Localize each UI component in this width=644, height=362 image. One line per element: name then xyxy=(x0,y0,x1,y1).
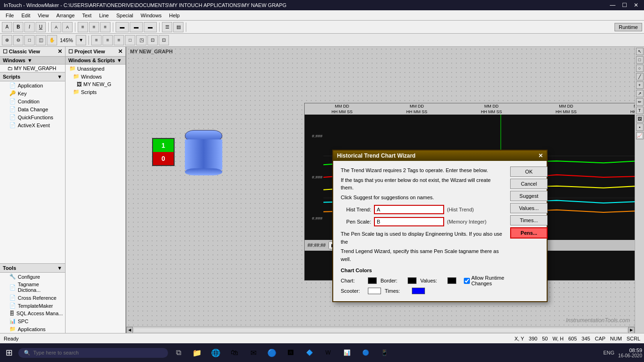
menu-file[interactable]: File xyxy=(2,12,18,19)
tool-item-applications[interactable]: 📁 Applications xyxy=(0,325,65,333)
toolbar2-btn-3[interactable]: □ xyxy=(24,35,35,45)
taskbar-icon-word[interactable]: W xyxy=(320,344,337,361)
toolbar2-btn-2[interactable]: ⊖ xyxy=(13,35,23,45)
toolbar2-btn-9[interactable]: □ xyxy=(125,35,135,45)
values-button[interactable]: Values... xyxy=(510,203,548,213)
tree-item-my-new-graph[interactable]: 🗀 MY NEW_GRAPH xyxy=(0,65,65,72)
menu-view[interactable]: View xyxy=(34,12,53,19)
maximize-button[interactable]: ☐ xyxy=(620,2,629,8)
taskbar-icon-task-view[interactable]: ⧉ xyxy=(170,344,187,361)
tool-item-sql[interactable]: 🗄 SQL Access Mana... xyxy=(0,310,65,317)
tool-item-template[interactable]: 📄 TemplateMaker xyxy=(0,302,65,310)
script-item-data-change[interactable]: 📄 Data Change xyxy=(0,105,65,113)
toolbar-btn-7[interactable]: ☰ xyxy=(162,22,172,32)
toolbar2-btn-6[interactable]: ≡ xyxy=(91,35,102,45)
project-view-close[interactable]: ✕ xyxy=(118,48,123,55)
chart-color-swatch[interactable] xyxy=(368,277,377,284)
pens-button[interactable]: Pens... xyxy=(510,227,548,239)
project-unassigned[interactable]: 📁 Unassigned xyxy=(66,65,125,72)
project-my-new-g[interactable]: 🖼 MY NEW_G xyxy=(66,80,125,88)
menu-edit[interactable]: Edit xyxy=(18,12,34,19)
right-btn-line[interactable]: ╱ xyxy=(636,73,644,80)
taskbar-icon-4[interactable]: 🔵 xyxy=(357,344,374,361)
values-color-swatch[interactable] xyxy=(447,277,456,284)
cancel-button[interactable]: Cancel xyxy=(510,179,548,189)
scroll-bar-track[interactable] xyxy=(134,328,627,332)
menu-text[interactable]: Text xyxy=(79,12,95,19)
taskbar-icon-store[interactable]: 🛍 xyxy=(226,344,243,361)
ok-button[interactable]: OK xyxy=(510,167,548,177)
toolbar-btn-underline[interactable]: U xyxy=(36,22,46,32)
times-color-swatch[interactable] xyxy=(412,288,425,294)
scooter-color-swatch[interactable] xyxy=(368,288,381,294)
script-item-condition[interactable]: 📄 Condition xyxy=(0,97,65,105)
ws-arrow[interactable]: ▼ xyxy=(117,58,122,63)
tool-item-cross-reference[interactable]: 📄 Cross Reference xyxy=(0,294,65,302)
menu-line[interactable]: Line xyxy=(95,12,113,19)
led-widget[interactable]: 1 0 xyxy=(152,138,175,166)
taskbar-search-container[interactable]: 🔍 xyxy=(18,348,168,358)
start-button[interactable]: ⊞ xyxy=(2,346,16,360)
taskbar-icon-5[interactable]: 📱 xyxy=(376,344,393,361)
toolbar-btn-8[interactable]: ▤ xyxy=(173,22,183,32)
toolbar2-zoom-dropdown[interactable]: ▼ xyxy=(76,35,86,45)
taskbar-icon-2[interactable]: 🔷 xyxy=(301,344,318,361)
toolbar-btn-align-l[interactable]: ≡ xyxy=(78,22,88,32)
script-item-quick-functions[interactable]: 📄 QuickFunctions xyxy=(0,113,65,121)
menu-special[interactable]: Special xyxy=(112,12,137,19)
project-scripts[interactable]: 📁 Scripts xyxy=(66,88,125,96)
tool-item-spc[interactable]: 📊 SPC xyxy=(0,317,65,325)
taskbar-icon-chrome[interactable]: 🔵 xyxy=(263,344,280,361)
toolbar2-btn-4[interactable]: ◫ xyxy=(36,35,46,45)
scroll-right-btn[interactable]: ▶ xyxy=(628,327,635,333)
toolbar-btn-align-c[interactable]: ≡ xyxy=(89,22,99,32)
right-btn-fill[interactable]: ▪ xyxy=(636,123,644,131)
minimize-button[interactable]: — xyxy=(608,2,617,8)
taskbar-icon-edge[interactable]: 🌐 xyxy=(207,344,224,361)
close-button[interactable]: ✕ xyxy=(632,2,640,8)
taskbar-icon-mail[interactable]: ✉ xyxy=(245,344,262,361)
toolbar-btn-6[interactable]: ▬ xyxy=(144,22,157,32)
windows-arrow[interactable]: ▼ xyxy=(27,58,32,63)
allow-runtime-checkbox[interactable] xyxy=(464,278,470,284)
taskbar-search-input[interactable] xyxy=(33,350,162,355)
project-windows[interactable]: 📁 Windows xyxy=(66,72,125,80)
toolbar2-btn-8[interactable]: ≡ xyxy=(114,35,124,45)
dialog-close-icon[interactable]: ✕ xyxy=(538,152,543,159)
right-btn-cursor[interactable]: ↖ xyxy=(636,48,644,55)
toolbar2-btn-12[interactable]: ⊡ xyxy=(159,35,169,45)
right-btn-arrow[interactable]: ↗ xyxy=(636,90,644,97)
toolbar-btn-align-r[interactable]: ≡ xyxy=(100,22,110,32)
taskbar-icon-1[interactable]: 🅰 xyxy=(282,344,299,361)
toolbar2-btn-7[interactable]: ≡ xyxy=(102,35,113,45)
toolbar-btn-a2[interactable]: A xyxy=(51,22,61,32)
tool-item-configure[interactable]: 🔧 Configure xyxy=(0,273,65,281)
menu-windows[interactable]: Windows xyxy=(137,12,166,19)
taskbar-icon-3[interactable]: 📊 xyxy=(338,344,355,361)
script-item-application[interactable]: 📄 Application xyxy=(0,81,65,89)
toolbar-btn-1[interactable]: A xyxy=(2,22,12,32)
toolbar-btn-rect[interactable]: ▬ xyxy=(116,22,129,32)
tools-section-header[interactable]: Tools ▼ xyxy=(0,263,65,273)
toolbar2-btn-1[interactable]: ⊕ xyxy=(2,35,12,45)
runtime-button[interactable]: Runtime xyxy=(615,23,642,31)
toolbar-btn-bold[interactable]: B xyxy=(13,22,23,32)
right-btn-rect[interactable]: □ xyxy=(636,56,644,64)
pen-scale-input[interactable] xyxy=(374,217,444,226)
right-btn-plus[interactable]: + xyxy=(636,81,644,89)
toolbar2-btn-10[interactable]: ◳ xyxy=(136,35,146,45)
times-button[interactable]: Times... xyxy=(510,215,548,225)
tool-item-tagname[interactable]: 📄 Tagname Dictiona... xyxy=(0,281,65,294)
right-btn-circle[interactable]: ○ xyxy=(636,65,644,72)
menu-help[interactable]: Help xyxy=(165,12,183,19)
right-btn-pen[interactable]: ✏ xyxy=(636,98,644,106)
h-scrollbar[interactable]: ◀ ▶ xyxy=(126,326,635,333)
menu-arrange[interactable]: Arrange xyxy=(52,12,78,19)
right-btn-image[interactable]: 🖼 xyxy=(636,115,644,123)
toolbar-btn-italic[interactable]: I xyxy=(24,22,35,32)
script-item-activex[interactable]: 📄 ActiveX Event xyxy=(0,121,65,129)
script-item-key[interactable]: 🔑 Key xyxy=(0,89,65,97)
toolbar2-btn-11[interactable]: ⊡ xyxy=(147,35,158,45)
border-color-swatch[interactable] xyxy=(408,277,417,284)
scroll-left-btn[interactable]: ◀ xyxy=(126,327,133,333)
